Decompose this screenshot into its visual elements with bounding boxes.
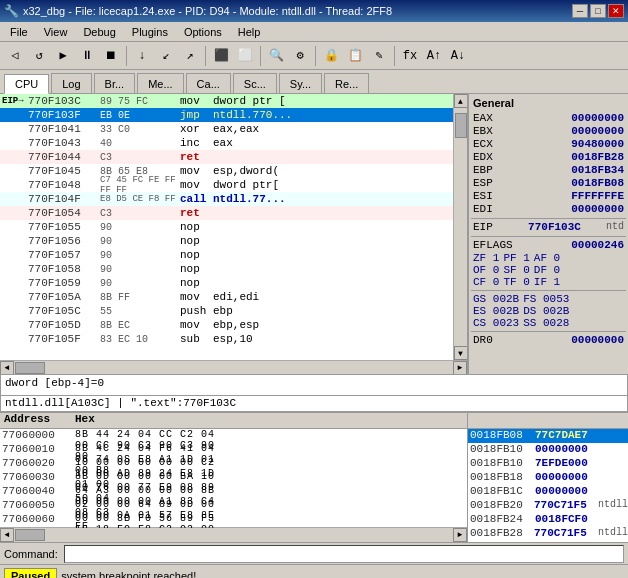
maximize-button[interactable]: □ bbox=[590, 4, 606, 18]
reg-edi-val[interactable]: 00000000 bbox=[571, 203, 624, 216]
stack-row-7[interactable]: 0018FB24 0018FCF0 bbox=[468, 513, 628, 527]
tab-ca[interactable]: Ca... bbox=[186, 73, 231, 93]
stack-row-3[interactable]: 0018FB10 7EFDE000 bbox=[468, 457, 628, 471]
toolbar-btn-8[interactable]: ↗ bbox=[179, 45, 201, 67]
toolbar-btn-14[interactable]: 📋 bbox=[344, 45, 366, 67]
reg-ebp-val[interactable]: 0018FB34 bbox=[571, 164, 624, 177]
toolbar-btn-11[interactable]: 🔍 bbox=[265, 45, 287, 67]
reg-eip-name: EIP bbox=[473, 221, 503, 234]
menu-debug[interactable]: Debug bbox=[77, 24, 121, 40]
stack-row-1[interactable]: 0018FB08 77C7DAE7 bbox=[468, 429, 628, 443]
hex-hscroll-left[interactable]: ◄ bbox=[0, 528, 14, 542]
reg-dr0-val[interactable]: 00000000 bbox=[571, 334, 624, 347]
disasm-row-ret1[interactable]: 770F1044 C3 ret bbox=[0, 150, 453, 164]
disasm-row-13[interactable]: 770F1058 90 nop bbox=[0, 262, 453, 276]
stack-row-6[interactable]: 0018FB20 770C71F5 ntdll bbox=[468, 499, 628, 513]
toolbar-btn-10[interactable]: ⬜ bbox=[234, 45, 256, 67]
disasm-row-call1[interactable]: 770F104F E8 D5 CE F8 FF call ntdll.77... bbox=[0, 192, 453, 206]
tab-log[interactable]: Log bbox=[51, 73, 91, 93]
disasm-row-15[interactable]: 770F105A 8B FF mov edi,edi bbox=[0, 290, 453, 304]
disasm-asm-5: ret bbox=[180, 151, 453, 163]
toolbar-btn-13[interactable]: 🔒 bbox=[320, 45, 342, 67]
disasm-row-eip[interactable]: EIP→ 770F103C 89 75 FC mov dword ptr [ bbox=[0, 94, 453, 108]
menu-view[interactable]: View bbox=[38, 24, 74, 40]
hex-row-4[interactable]: 77060030 8B 0D 00 00 00 BA 10 00 76 00 7… bbox=[0, 471, 467, 485]
menu-options[interactable]: Options bbox=[178, 24, 228, 40]
toolbar-btn-7[interactable]: ↙ bbox=[155, 45, 177, 67]
menu-file[interactable]: File bbox=[4, 24, 34, 40]
toolbar-btn-1[interactable]: ◁ bbox=[4, 45, 26, 67]
close-button[interactable]: ✕ bbox=[608, 4, 624, 18]
reg-ebx-val[interactable]: 00000000 bbox=[571, 125, 624, 138]
hex-hscroll-right[interactable]: ► bbox=[453, 528, 467, 542]
hex-row-5[interactable]: 77060040 64 A3 00 00 00 00 8B 0D 00 00 0… bbox=[0, 485, 467, 499]
toolbar-btn-15[interactable]: ✎ bbox=[368, 45, 390, 67]
reg-ebx-name: EBX bbox=[473, 125, 503, 138]
tab-sy[interactable]: Sy... bbox=[279, 73, 322, 93]
hscroll-thumb[interactable] bbox=[15, 362, 45, 374]
stack-row-2[interactable]: 0018FB10 00000000 bbox=[468, 443, 628, 457]
reg-eip-val[interactable]: 770F103C bbox=[528, 221, 581, 234]
tab-re[interactable]: Re... bbox=[324, 73, 369, 93]
minimize-button[interactable]: ─ bbox=[572, 4, 588, 18]
reg-eflags-val[interactable]: 00000246 bbox=[571, 239, 624, 252]
menu-plugins[interactable]: Plugins bbox=[126, 24, 174, 40]
hex-row-7[interactable]: 77060060 00 00 8B F0 56 89 F3 1B 18 F0 F… bbox=[0, 513, 467, 527]
hex-row-1[interactable]: 77060000 8B 44 24 04 CC C2 04 00 CC 90 C… bbox=[0, 429, 467, 443]
disasm-scrollbar[interactable]: ▲ ▼ bbox=[453, 94, 467, 360]
tab-sc[interactable]: Sc... bbox=[233, 73, 277, 93]
command-input[interactable] bbox=[64, 545, 624, 563]
toolbar-btn-18[interactable]: A↓ bbox=[447, 45, 469, 67]
reg-ecx-val[interactable]: 90480000 bbox=[571, 138, 624, 151]
disasm-row-7[interactable]: 770F1048 C7 45 FC FE FF FF FF mov dword … bbox=[0, 178, 453, 192]
toolbar-btn-4[interactable]: ⏸ bbox=[76, 45, 98, 67]
stack-row-8[interactable]: 0018FB28 770C71F5 ntdll bbox=[468, 527, 628, 541]
disasm-row-ret2[interactable]: 770F1054 C3 ret bbox=[0, 206, 453, 220]
tab-cpu[interactable]: CPU bbox=[4, 74, 49, 94]
reg-edx-val[interactable]: 0018FB28 bbox=[571, 151, 624, 164]
disasm-row-10[interactable]: 770F1055 90 nop bbox=[0, 220, 453, 234]
disasm-hscroll[interactable]: ◄ ► bbox=[0, 360, 467, 374]
stack-row-5[interactable]: 0018FB1C 00000000 bbox=[468, 485, 628, 499]
hex-panel: Address Hex 77060000 8B 44 24 04 CC C2 0… bbox=[0, 413, 468, 542]
hex-row-6[interactable]: 77060050 02 00 00 64 89 0D 00 00 00 0A 0… bbox=[0, 499, 467, 513]
toolbar-btn-16[interactable]: fx bbox=[399, 45, 421, 67]
scroll-down-arrow[interactable]: ▼ bbox=[454, 346, 468, 360]
hex-row-3[interactable]: 77060020 10 00 00 00 00 00 C2 10 00 AD 8… bbox=[0, 457, 467, 471]
toolbar-btn-9[interactable]: ⬛ bbox=[210, 45, 232, 67]
tab-br[interactable]: Br... bbox=[94, 73, 136, 93]
stack-val-4: 00000000 bbox=[535, 471, 600, 485]
stack-row-4[interactable]: 0018FB18 00000000 bbox=[468, 471, 628, 485]
disasm-row-11[interactable]: 770F1056 90 nop bbox=[0, 234, 453, 248]
hex-hscroll[interactable]: ◄ ► bbox=[0, 527, 467, 541]
reg-esp-val[interactable]: 0018FB08 bbox=[571, 177, 624, 190]
disasm-row-18[interactable]: 770F105F 83 EC 10 sub esp,10 bbox=[0, 332, 453, 346]
disasm-row-jmp[interactable]: 770F103F EB 0E jmp ntdll.770... bbox=[0, 108, 453, 122]
disasm-row-17[interactable]: 770F105D 8B EC mov ebp,esp bbox=[0, 318, 453, 332]
disasm-row-12[interactable]: 770F1057 90 nop bbox=[0, 248, 453, 262]
toolbar-btn-12[interactable]: ⚙ bbox=[289, 45, 311, 67]
toolbar-btn-17[interactable]: A↑ bbox=[423, 45, 445, 67]
disasm-row-6[interactable]: 770F1045 8B 65 E8 mov esp,dword( bbox=[0, 164, 453, 178]
menu-help[interactable]: Help bbox=[232, 24, 267, 40]
tab-me[interactable]: Me... bbox=[137, 73, 183, 93]
scroll-up-arrow[interactable]: ▲ bbox=[454, 94, 468, 108]
toolbar-btn-6[interactable]: ↓ bbox=[131, 45, 153, 67]
toolbar-btn-3[interactable]: ▶ bbox=[52, 45, 74, 67]
disasm-row-14[interactable]: 770F1059 90 nop bbox=[0, 276, 453, 290]
disasm-row-4[interactable]: 770F1043 40 inc eax bbox=[0, 136, 453, 150]
hscroll-left[interactable]: ◄ bbox=[0, 361, 14, 375]
reg-eax-val[interactable]: 00000000 bbox=[571, 112, 624, 125]
hex-row-2[interactable]: 77060010 8B 4C 24 04 F6 41 04 06 74 0S E… bbox=[0, 443, 467, 457]
reg-esi-val[interactable]: FFFFFFFE bbox=[571, 190, 624, 203]
reg-esp-name: ESP bbox=[473, 177, 503, 190]
disasm-row-16[interactable]: 770F105C 55 push ebp bbox=[0, 304, 453, 318]
disasm-row-3[interactable]: 770F1041 33 C0 xor eax,eax bbox=[0, 122, 453, 136]
hscroll-right[interactable]: ► bbox=[453, 361, 467, 375]
toolbar-btn-2[interactable]: ↺ bbox=[28, 45, 50, 67]
hex-hscroll-thumb[interactable] bbox=[15, 529, 45, 541]
hex-addr-5: 77060040 bbox=[2, 485, 75, 499]
reg-divider-4 bbox=[471, 331, 626, 332]
toolbar-btn-5[interactable]: ⏹ bbox=[100, 45, 122, 67]
scroll-thumb[interactable] bbox=[455, 113, 467, 138]
